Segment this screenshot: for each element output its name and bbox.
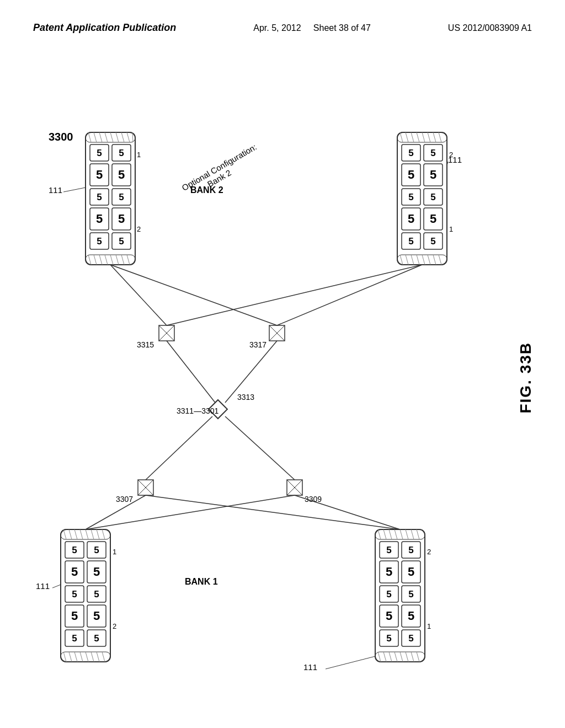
- svg-text:5: 5: [118, 168, 125, 181]
- svg-line-179: [146, 495, 400, 529]
- label-111-bottom-left: 111: [36, 581, 50, 591]
- header: Patent Application Publication Apr. 5, 2…: [0, 22, 565, 34]
- svg-text:5: 5: [72, 633, 77, 644]
- publication-date: Apr. 5, 2012: [253, 23, 301, 33]
- svg-text:5: 5: [386, 565, 392, 579]
- label-br-2: 2: [427, 548, 431, 556]
- svg-text:5: 5: [94, 633, 99, 644]
- label-tr-1: 1: [449, 225, 453, 233]
- svg-text:5: 5: [408, 633, 413, 644]
- svg-text:5: 5: [386, 633, 391, 644]
- svg-line-176: [146, 416, 212, 480]
- svg-text:5: 5: [93, 565, 100, 579]
- bottom-left-device: 5 5 5 5 5 5 5 5 5 5: [61, 529, 110, 662]
- svg-line-172: [167, 265, 422, 325]
- svg-text:5: 5: [118, 212, 125, 226]
- label-tl-1: 1: [137, 151, 141, 159]
- top-right-device: 5 5 5 5 5 5 5 5 5 5: [397, 132, 447, 265]
- label-bank2: BANK 2: [190, 185, 223, 195]
- svg-text:5: 5: [408, 589, 413, 599]
- svg-text:5: 5: [72, 545, 77, 555]
- svg-line-177: [225, 416, 295, 480]
- label-111-bottom-right: 111: [303, 662, 317, 672]
- svg-text:5: 5: [430, 148, 435, 158]
- switch-3315: [159, 325, 174, 341]
- svg-text:5: 5: [94, 589, 99, 599]
- svg-line-182: [63, 188, 86, 192]
- switch-3317: [269, 325, 285, 341]
- svg-text:5: 5: [93, 609, 100, 623]
- label-tl-2: 2: [137, 225, 141, 233]
- label-3309: 3309: [305, 495, 322, 504]
- svg-line-171: [110, 265, 277, 325]
- bottom-right-device: 5 5 5 5 5 5 5 5 5 5: [375, 529, 425, 662]
- label-3313: 3313: [237, 393, 254, 402]
- label-bl-2: 2: [113, 622, 116, 630]
- svg-text:5: 5: [408, 545, 413, 555]
- svg-text:5: 5: [430, 236, 435, 247]
- svg-text:5: 5: [97, 236, 102, 247]
- svg-text:5: 5: [408, 148, 413, 158]
- switch-3309: [287, 480, 302, 495]
- svg-text:5: 5: [408, 236, 413, 247]
- svg-text:5: 5: [119, 192, 124, 202]
- patent-number: US 2012/0083909 A1: [448, 23, 532, 33]
- svg-text:5: 5: [71, 609, 78, 623]
- svg-text:5: 5: [96, 212, 103, 226]
- svg-text:5: 5: [386, 545, 391, 555]
- svg-text:5: 5: [408, 192, 413, 202]
- svg-line-173: [277, 265, 422, 325]
- svg-line-184: [52, 585, 61, 588]
- svg-text:5: 5: [408, 609, 414, 623]
- svg-text:5: 5: [430, 168, 436, 181]
- svg-text:5: 5: [71, 565, 78, 579]
- label-bank1: BANK 1: [185, 577, 218, 586]
- page: Patent Application Publication Apr. 5, 2…: [0, 0, 565, 728]
- svg-text:5: 5: [96, 168, 103, 181]
- label-bl-1: 1: [113, 548, 116, 556]
- svg-line-174: [167, 341, 215, 403]
- svg-text:5: 5: [408, 168, 414, 181]
- label-3317: 3317: [249, 340, 266, 349]
- label-111-top-left: 111: [49, 185, 62, 195]
- sheet-info: Sheet 38 of 47: [313, 23, 371, 33]
- svg-text:5: 5: [119, 236, 124, 247]
- label-3311: 3311—3301: [177, 406, 219, 415]
- svg-line-185: [326, 656, 375, 669]
- label-3315: 3315: [137, 340, 154, 349]
- label-br-1: 1: [427, 622, 431, 630]
- svg-text:5: 5: [94, 545, 99, 555]
- svg-text:5: 5: [97, 148, 102, 158]
- label-3307: 3307: [116, 495, 133, 504]
- svg-text:5: 5: [386, 589, 391, 599]
- top-left-device: 5 5 5 5 5 5 5 5 5 5: [86, 132, 135, 265]
- header-date-sheet: Apr. 5, 2012 Sheet 38 of 47: [253, 23, 371, 33]
- svg-line-170: [110, 265, 167, 325]
- svg-text:5: 5: [408, 212, 414, 226]
- diagram-svg: 5 5 5 5 5 5 5 5 5 5: [0, 55, 565, 706]
- switch-3307: [138, 480, 153, 495]
- label-tr-2: 2: [449, 151, 453, 159]
- svg-text:5: 5: [72, 589, 77, 599]
- svg-text:5: 5: [430, 192, 435, 202]
- svg-text:5: 5: [386, 609, 392, 623]
- svg-text:5: 5: [97, 192, 102, 202]
- svg-text:5: 5: [119, 148, 124, 158]
- patent-title: Patent Application Publication: [33, 22, 176, 34]
- label-3300: 3300: [49, 131, 73, 143]
- svg-text:5: 5: [408, 565, 414, 579]
- svg-text:5: 5: [430, 212, 436, 226]
